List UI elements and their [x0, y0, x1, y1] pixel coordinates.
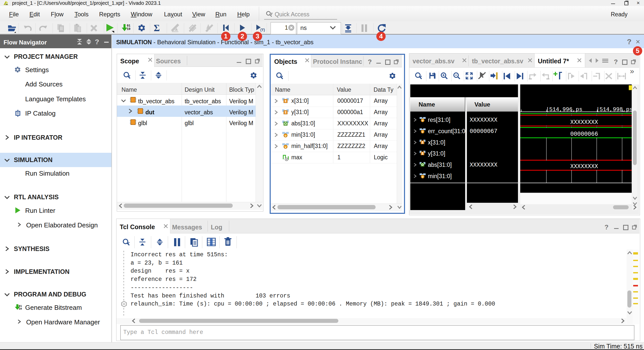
- svg-text:(T): (T): [260, 28, 265, 32]
- svg-text:01: 01: [127, 24, 130, 28]
- svg-text:10: 10: [19, 307, 22, 310]
- svg-text:v: v: [422, 130, 423, 133]
- svg-text:v: v: [422, 175, 423, 178]
- svg-text:v: v: [285, 145, 287, 148]
- svg-text:v: v: [422, 119, 423, 122]
- svg-text:10: 10: [127, 27, 130, 31]
- svg-text:v: v: [285, 134, 287, 137]
